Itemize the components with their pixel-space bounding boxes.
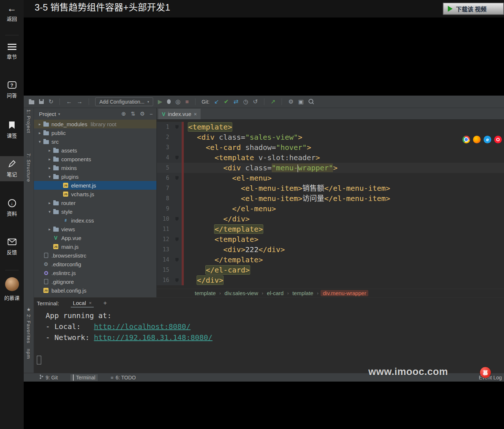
tree-item[interactable]: ▸public (34, 128, 156, 137)
tree-item[interactable]: JSelement.js (34, 181, 156, 190)
chrome-icon[interactable] (462, 136, 470, 143)
run-icon[interactable]: ▶ (158, 99, 162, 105)
breadcrumb-item[interactable]: template (291, 290, 315, 296)
code-line[interactable]: 3 <el-card shadow="hover"> (157, 142, 504, 152)
download-video-button[interactable]: 下载该 视频 (443, 3, 504, 15)
code-line[interactable]: 5 <div class="menu-wrapper"> (157, 163, 504, 173)
close-icon[interactable]: × (89, 300, 92, 306)
close-icon[interactable]: × (194, 111, 197, 117)
locate-icon[interactable]: ⊕ (121, 111, 126, 117)
debug-icon[interactable] (167, 99, 171, 104)
code-line[interactable]: 9 </el-menu> (157, 204, 504, 214)
window-layout-icon[interactable]: ▣ (298, 99, 304, 105)
code-line[interactable]: 4 <template v-slot:header> (157, 152, 504, 163)
terminal-link[interactable]: http://192.168.31.148:8080/ (94, 333, 213, 342)
breadcrumb-item[interactable]: template (193, 290, 217, 296)
stop-icon[interactable]: ■ (185, 99, 189, 105)
code-line[interactable]: 13 <div>222</div> (157, 244, 504, 255)
tree-item[interactable]: ▸components (34, 155, 156, 163)
code-line[interactable]: 11 </template> (157, 224, 504, 234)
sidebar-item-back[interactable]: ←返回 (0, 3, 24, 22)
terminal-link[interactable]: http://localhost:8080/ (94, 322, 191, 331)
tool-button-project[interactable]: 1: Project (26, 109, 31, 133)
terminal-text: - Network: (37, 333, 94, 342)
git-history-icon[interactable]: ◷ (243, 99, 248, 105)
collapse-all-icon[interactable]: ⇅ (131, 111, 135, 117)
tree-item[interactable]: .eslintrc.js (34, 268, 156, 277)
status-item-git[interactable]: 9: Git (37, 374, 60, 381)
git-push-icon[interactable]: ↗ (271, 99, 275, 105)
code-line[interactable]: 1<template> (157, 122, 504, 132)
tree-item[interactable]: #index.css (34, 216, 156, 225)
code-line[interactable]: 2 <div class="sales-view"> (157, 132, 504, 142)
git-update-icon[interactable]: ↙ (214, 99, 219, 105)
breadcrumb-item[interactable]: div.sales-view (223, 290, 260, 296)
hide-panel-icon[interactable]: − (150, 111, 153, 117)
status-item-todo[interactable]: ≡6: TODO (108, 374, 138, 381)
sidebar-item-materials[interactable]: ↓资料 (0, 198, 24, 217)
tree-item[interactable]: ▾src (34, 137, 156, 146)
tree-item[interactable]: ▸mixins (34, 163, 156, 172)
breadcrumb-item[interactable]: el-card (265, 290, 285, 296)
tree-item[interactable]: ⚙.editorconfig (34, 260, 156, 268)
user-label[interactable]: 的慕课 (0, 294, 24, 301)
tree-item[interactable]: VApp.vue (34, 233, 156, 242)
sidebar-item-chapters[interactable]: 章节 (0, 41, 24, 60)
code-line[interactable]: 8 <el-menu-item>访问量</el-menu-item> (157, 193, 504, 204)
code-area[interactable]: 1<template>2 <div class="sales-view">3 <… (157, 120, 504, 289)
sidebar-item-feedback[interactable]: 反馈 (0, 236, 24, 256)
coverage-icon[interactable]: ◎ (175, 99, 181, 105)
open-icon[interactable] (29, 99, 34, 104)
status-item-terminal[interactable]: Terminal (70, 374, 98, 381)
back-icon[interactable]: ← (66, 99, 72, 105)
tree-item[interactable]: ▸node_moduleslibrary root (34, 120, 156, 128)
git-rollback-icon[interactable]: ↺ (253, 99, 258, 105)
tree-item[interactable]: ▾plugins (34, 172, 156, 181)
opera-icon[interactable]: O (494, 136, 502, 143)
add-configuration-button[interactable]: Add Configuration...▾ (95, 97, 153, 106)
tree-item[interactable]: ▸router (34, 198, 156, 207)
git-commit-icon[interactable]: ✔ (224, 99, 229, 105)
new-terminal-icon[interactable]: + (103, 299, 107, 307)
project-panel-title[interactable]: Project (39, 111, 56, 117)
save-all-icon[interactable] (39, 99, 44, 104)
breadcrumb-separator: › (287, 291, 289, 296)
git-compare-icon[interactable]: ⇄ (233, 99, 238, 105)
user-avatar[interactable] (0, 277, 24, 291)
tool-button-structure[interactable]: 7: Structure (26, 153, 31, 182)
tab-index-vue[interactable]: V index.vue × (158, 109, 201, 119)
code-line[interactable]: 15 </el-card> (157, 265, 504, 275)
tool-button-favorites[interactable]: ★ 2: Favorites (26, 307, 31, 344)
terminal-tab-local[interactable]: Local × (71, 299, 94, 308)
code-line[interactable]: 7 <el-menu-item>销售额</el-menu-item> (157, 183, 504, 193)
tree-item-label: public (51, 130, 66, 136)
terminal-panel: Terminal: Local × + App running at: - Lo… (34, 297, 504, 373)
tree-item[interactable]: .gitignore (34, 277, 156, 286)
firefox-icon[interactable] (473, 136, 481, 143)
tree-item[interactable]: JSbabel.config.js (34, 286, 156, 295)
code-line[interactable]: 12 <template> (157, 234, 504, 244)
tool-button-npm[interactable]: npm (26, 349, 31, 359)
breadcrumb-item[interactable]: div.menu-wrapper (321, 290, 368, 296)
tree-item[interactable]: .browserslistrc (34, 251, 156, 260)
code-line[interactable]: 14 </template> (157, 255, 504, 265)
code-line[interactable]: 16 </div> (157, 275, 504, 285)
search-everywhere-icon[interactable] (309, 99, 314, 104)
tree-item[interactable]: ▸views (34, 225, 156, 233)
video-stage[interactable]: ↻←→Add Configuration...▾▶◎■Git:↙✔⇄◷↺↗⚙▣ … (24, 18, 504, 429)
gear-icon[interactable]: ⚙ (140, 111, 145, 117)
code-line[interactable]: 6 <el-menu> (157, 173, 504, 183)
settings-icon[interactable]: ⚙ (288, 99, 293, 105)
terminal-output[interactable]: App running at: - Local: http://localhos… (34, 309, 504, 365)
ie-icon[interactable]: e (484, 136, 491, 143)
sync-icon[interactable]: ↻ (49, 99, 53, 105)
forward-icon[interactable]: → (77, 99, 82, 105)
tree-item[interactable]: JSmain.js (34, 242, 156, 251)
tree-item[interactable]: ▸assets (34, 146, 156, 155)
sidebar-item-qa[interactable]: ?问答 (0, 80, 24, 99)
sidebar-item-bookmark[interactable]: 课签 (0, 120, 24, 139)
tree-item[interactable]: JSvcharts.js (34, 190, 156, 198)
code-line[interactable]: 10 </div> (157, 214, 504, 224)
tree-item[interactable]: ▾style (34, 207, 156, 216)
sidebar-item-notes[interactable]: 笔记 (0, 156, 24, 181)
